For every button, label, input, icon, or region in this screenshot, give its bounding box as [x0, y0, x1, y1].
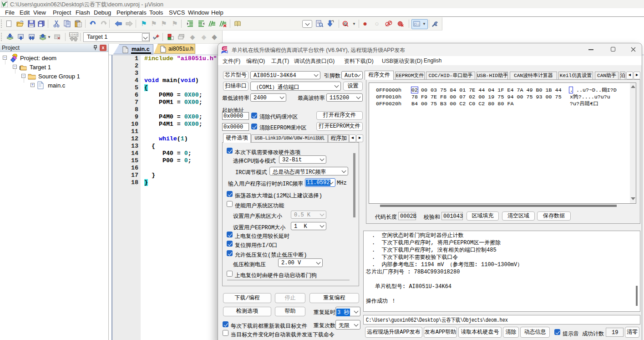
svg-text:Q: Q	[344, 22, 346, 26]
